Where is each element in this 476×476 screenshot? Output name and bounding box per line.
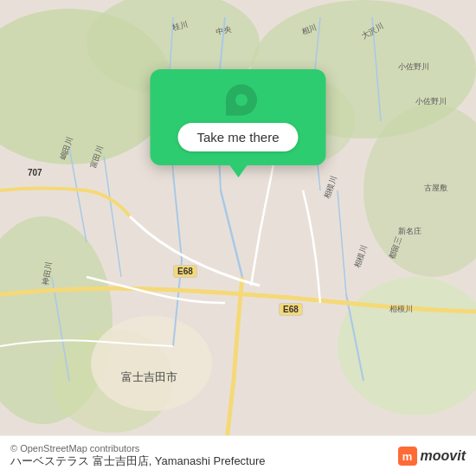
copyright-text: © OpenStreetMap contributors <box>10 443 266 453</box>
svg-text:新名庄: 新名庄 <box>398 227 421 235</box>
bottom-bar: © OpenStreetMap contributors ハーベステラス 富士吉… <box>0 435 476 476</box>
moovit-m-icon: m <box>398 447 417 466</box>
svg-text:相模川: 相模川 <box>389 305 413 313</box>
svg-text:富士吉田市: 富士吉田市 <box>121 370 177 383</box>
pin-wrapper <box>213 78 263 128</box>
svg-text:古屋敷: 古屋敷 <box>424 183 447 192</box>
moovit-logo: m moovit <box>398 447 466 466</box>
moovit-text: moovit <box>421 448 466 464</box>
svg-text:707: 707 <box>28 168 42 177</box>
take-me-there-button[interactable]: Take me there <box>177 123 298 151</box>
place-name-text: ハーベステラス 富士吉田店, Yamanashi Prefecture <box>10 453 266 469</box>
route-badge-e68-1: E68 <box>173 265 197 278</box>
tooltip-bubble: Take me there <box>150 69 325 165</box>
route-badge-e68-2: E68 <box>279 303 303 316</box>
svg-text:小佐野川: 小佐野川 <box>398 62 429 71</box>
svg-text:小佐野川: 小佐野川 <box>415 97 447 106</box>
svg-point-9 <box>91 316 212 411</box>
map-container: 707 大沢川 小佐野川 小佐野川 相川 中央 桂川 嶋田川 富田川 神田川 相… <box>0 0 476 476</box>
location-pin-icon <box>226 84 257 115</box>
bottom-bar-info: © OpenStreetMap contributors ハーベステラス 富士吉… <box>10 443 266 469</box>
